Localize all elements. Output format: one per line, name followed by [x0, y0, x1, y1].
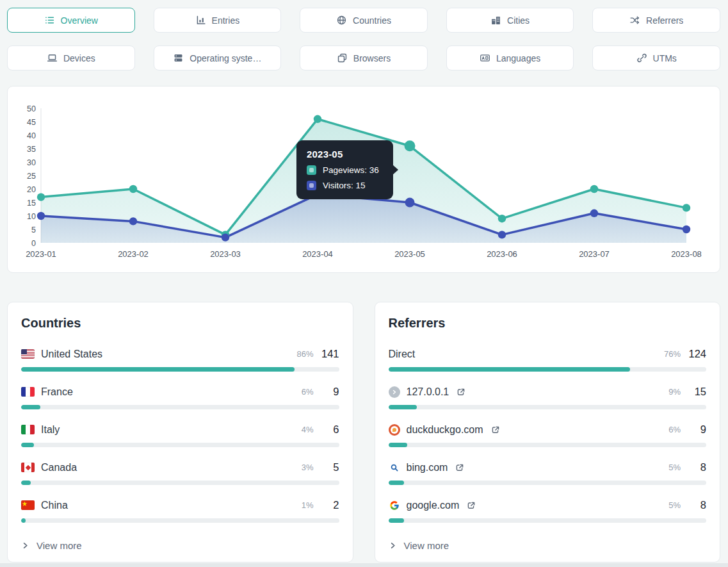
tab-label: Operating syste…	[190, 53, 261, 63]
svg-text:10: 10	[27, 212, 36, 221]
svg-text:50: 50	[27, 104, 36, 113]
referrers-view-more-button[interactable]: View more	[389, 540, 707, 551]
progress-track	[389, 367, 707, 372]
chart-tooltip: 2023-05 Pageviews: 36 Visitors: 15	[296, 140, 393, 199]
progress-track	[21, 518, 339, 523]
tab-overview[interactable]: Overview	[7, 8, 135, 33]
progress-fill	[389, 405, 417, 409]
tab-entries[interactable]: Entries	[154, 8, 282, 33]
tooltip-pageviews-value: Pageviews: 36	[323, 165, 379, 175]
svg-text:30: 30	[27, 158, 36, 167]
referrer-name: bing.com	[407, 462, 448, 473]
external-link-icon[interactable]	[455, 463, 464, 472]
progress-fill	[21, 443, 34, 447]
referrer-row-localhost: 127.0.0.1 9% 15	[389, 386, 707, 409]
country-pct: 86%	[292, 349, 314, 359]
svg-text:2023-08: 2023-08	[671, 249, 702, 259]
referrer-pct: 5%	[659, 500, 681, 510]
list-icon	[44, 15, 55, 26]
tab-devices[interactable]: Devices	[7, 45, 135, 70]
referrer-row-duckduckgo: duckduckgo.com 6% 9	[389, 423, 707, 447]
progress-track	[21, 367, 339, 372]
globe-icon	[336, 15, 347, 26]
svg-text:2023-02: 2023-02	[118, 249, 149, 259]
tab-label: Referrers	[646, 15, 683, 26]
referrer-count: 9	[687, 423, 706, 436]
svg-text:20: 20	[27, 185, 36, 194]
view-more-label: View more	[36, 540, 82, 551]
svg-text:2023-05: 2023-05	[394, 249, 425, 259]
analytics-tabs: Overview Entries Countries Cities	[7, 8, 720, 70]
progress-track	[21, 481, 339, 485]
progress-fill	[21, 405, 40, 409]
tab-browsers[interactable]: Browsers	[300, 45, 428, 70]
tab-operating-systems[interactable]: Operating syste…	[154, 45, 282, 70]
tooltip-date: 2023-05	[307, 149, 383, 160]
tab-utms[interactable]: UTMs	[592, 45, 720, 70]
referrer-name: duckduckgo.com	[407, 424, 483, 436]
countries-view-more-button[interactable]: View more	[21, 540, 339, 551]
country-pct: 1%	[292, 500, 314, 510]
tooltip-pageviews-row: Pageviews: 36	[307, 165, 383, 175]
external-link-icon[interactable]	[467, 501, 476, 510]
progress-fill	[21, 367, 295, 372]
progress-track	[389, 481, 707, 485]
duckduckgo-favicon	[389, 424, 400, 436]
country-row-united-states: United States 86% 141	[21, 348, 339, 372]
laptop-icon	[47, 53, 58, 63]
countries-card: Countries United States 86% 141 France 6…	[7, 302, 353, 563]
country-name: France	[41, 386, 73, 398]
progress-track	[21, 443, 339, 447]
svg-text:2023-06: 2023-06	[487, 249, 517, 259]
tab-languages[interactable]: Languages	[446, 45, 574, 70]
tooltip-visitors-value: Visitors: 15	[323, 181, 366, 190]
progress-fill	[389, 443, 408, 447]
referrer-count: 8	[687, 499, 706, 511]
svg-text:2023-03: 2023-03	[210, 249, 241, 259]
svg-text:45: 45	[27, 118, 36, 127]
country-count: 141	[320, 348, 339, 360]
tab-label: Browsers	[353, 53, 391, 63]
country-row-china: China 1% 2	[21, 499, 339, 523]
tab-referrers[interactable]: Referrers	[592, 8, 720, 33]
country-row-france: France 6% 9	[21, 386, 339, 409]
referrer-name: 127.0.0.1	[407, 386, 449, 398]
shuffle-icon	[629, 15, 640, 26]
svg-text:0: 0	[31, 239, 36, 248]
progress-fill	[21, 481, 31, 485]
chevron-right-icon	[21, 541, 29, 550]
country-row-italy: Italy 4% 6	[21, 423, 339, 447]
visitors-swatch-icon	[307, 181, 316, 190]
svg-text:2023-01: 2023-01	[26, 249, 56, 259]
referrer-pct: 5%	[659, 463, 681, 472]
svg-text:40: 40	[27, 131, 36, 140]
svg-text:35: 35	[27, 145, 36, 154]
external-link-icon[interactable]	[491, 425, 500, 434]
us-flag-icon	[21, 349, 35, 359]
referrer-pct: 9%	[659, 387, 681, 397]
browser-windows-icon	[337, 53, 348, 63]
progress-track	[389, 405, 707, 409]
referrer-row-direct: Direct 76% 124	[389, 348, 707, 372]
referrer-row-google: google.com 5% 8	[389, 499, 707, 523]
country-count: 2	[320, 499, 339, 511]
referrer-name: Direct	[389, 349, 416, 360]
canada-flag-icon	[21, 463, 35, 472]
country-pct: 4%	[292, 425, 314, 434]
link-icon	[636, 53, 647, 63]
tab-countries[interactable]: Countries	[300, 8, 428, 33]
stats-cards: Countries United States 86% 141 France 6…	[7, 302, 720, 563]
tab-cities[interactable]: Cities	[446, 8, 574, 33]
france-flag-icon	[21, 387, 35, 397]
chevron-right-icon	[389, 541, 397, 550]
external-link-icon[interactable]	[457, 388, 465, 397]
tab-label: Overview	[61, 15, 98, 26]
tab-label: UTMs	[653, 53, 677, 63]
progress-fill	[389, 367, 630, 372]
svg-text:5: 5	[31, 226, 36, 234]
progress-track	[21, 405, 339, 409]
referrer-pct: 76%	[659, 349, 681, 359]
svg-text:15: 15	[27, 199, 36, 208]
referrer-pct: 6%	[659, 425, 681, 434]
referrers-card: Referrers Direct 76% 124 127.0.0.1 9%	[375, 302, 721, 563]
